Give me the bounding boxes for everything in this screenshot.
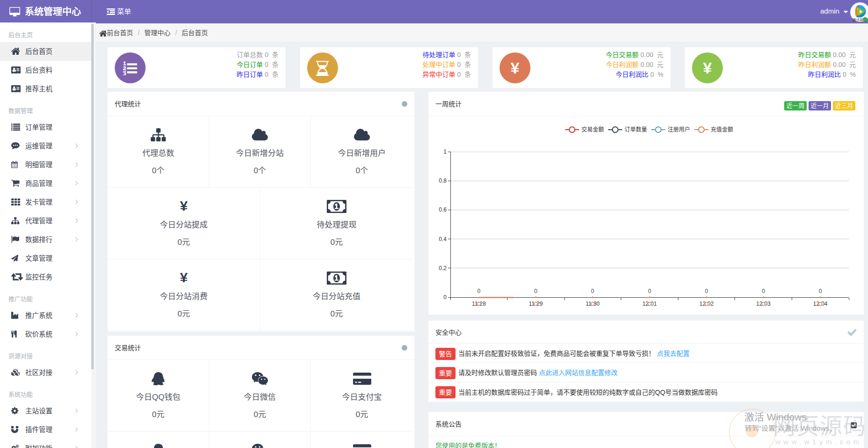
svg-text:0: 0	[705, 288, 708, 294]
svg-text:0: 0	[477, 288, 480, 294]
svg-text:交易金额: 交易金额	[581, 126, 604, 133]
svg-text:订单数量: 订单数量	[625, 126, 647, 133]
svg-text:0: 0	[762, 288, 765, 294]
svg-text:0: 0	[534, 288, 537, 294]
svg-text:0: 0	[648, 288, 651, 294]
svg-text:0: 0	[443, 294, 447, 301]
svg-text:0.2: 0.2	[439, 265, 447, 272]
svg-text:0.8: 0.8	[439, 177, 447, 184]
svg-text:0.4: 0.4	[439, 236, 447, 242]
svg-text:0: 0	[591, 288, 595, 294]
svg-text:注册用户: 注册用户	[668, 126, 690, 133]
svg-text:0.6: 0.6	[439, 206, 447, 213]
svg-text:充值金额: 充值金额	[711, 126, 733, 133]
svg-text:1: 1	[443, 148, 447, 155]
svg-text:0: 0	[819, 288, 822, 294]
